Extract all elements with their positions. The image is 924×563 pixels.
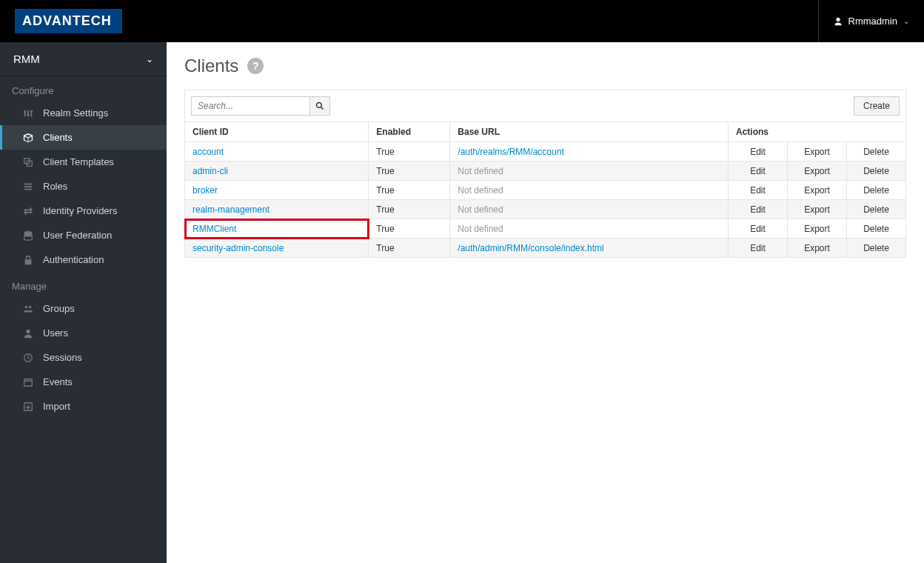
sidebar-item-label: Clients [43, 132, 73, 143]
content-area: Clients ? Create Client ID Enabled Base … [167, 42, 924, 563]
edit-action[interactable]: Edit [729, 219, 788, 239]
base-url-cell[interactable]: /auth/realms/RMM/account [450, 142, 729, 161]
sidebar-item-roles[interactable]: Roles [0, 174, 167, 199]
sidebar-item-clients[interactable]: Clients [0, 125, 167, 150]
export-action[interactable]: Export [788, 219, 847, 239]
client-id-link[interactable]: broker [192, 185, 218, 196]
realm-selector[interactable]: RMM ⌄ [0, 42, 167, 76]
export-action[interactable]: Export [788, 181, 847, 200]
edit-action[interactable]: Edit [729, 161, 788, 181]
import-icon [22, 402, 34, 412]
svg-rect-1 [27, 113, 30, 115]
sidebar-item-events[interactable]: Events [0, 370, 167, 394]
client-id-link[interactable]: realm-management [192, 204, 270, 215]
enabled-cell: True [369, 219, 450, 239]
edit-action[interactable]: Edit [729, 142, 788, 161]
base-url-cell: Not defined [450, 200, 729, 219]
sidebar-item-import[interactable]: Import [0, 394, 167, 419]
clients-table: Client ID Enabled Base URL Actions accou… [184, 121, 906, 258]
base-url-cell: Not defined [450, 219, 729, 239]
database-icon [22, 230, 34, 241]
edit-action[interactable]: Edit [729, 239, 788, 258]
enabled-cell: True [369, 239, 450, 258]
group-icon [22, 304, 34, 314]
sidebar-item-groups[interactable]: Groups [0, 296, 167, 321]
export-action[interactable]: Export [788, 239, 847, 258]
sidebar-item-label: Realm Settings [43, 107, 108, 119]
enabled-cell: True [369, 161, 450, 181]
svg-point-16 [317, 103, 322, 108]
col-enabled: Enabled [369, 122, 450, 142]
edit-action[interactable]: Edit [729, 181, 788, 200]
svg-point-10 [25, 305, 28, 308]
export-action[interactable]: Export [788, 200, 847, 219]
brand-text: ADVANTECH [22, 13, 112, 29]
toolbar: Create [184, 90, 906, 121]
user-icon [22, 328, 34, 339]
sidebar-item-label: Authentication [43, 254, 104, 265]
sidebar-item-identity-providers[interactable]: Identity Providers [0, 199, 167, 223]
brand-logo[interactable]: ADVANTECH [15, 9, 122, 33]
sidebar-item-sessions[interactable]: Sessions [0, 345, 167, 370]
search-input[interactable] [191, 96, 309, 116]
search-icon [315, 101, 324, 110]
sidebar-item-label: Groups [43, 303, 75, 314]
user-menu[interactable]: Rmmadmin ⌄ [818, 0, 909, 42]
sidebar-item-realm-settings[interactable]: Realm Settings [0, 101, 167, 125]
client-id-link[interactable]: RMMClient [192, 224, 236, 234]
section-header-configure: Configure [0, 76, 167, 101]
delete-action[interactable]: Delete [847, 200, 906, 219]
enabled-cell: True [369, 181, 450, 200]
client-id-link[interactable]: security-admin-console [192, 243, 284, 253]
sidebar-item-user-federation[interactable]: User Federation [0, 223, 167, 247]
delete-action[interactable]: Delete [847, 181, 906, 200]
svg-rect-14 [24, 379, 33, 386]
col-client-id: Client ID [185, 122, 369, 142]
sidebar-item-label: Sessions [43, 352, 82, 363]
svg-rect-5 [24, 183, 33, 184]
delete-action[interactable]: Delete [847, 239, 906, 258]
sidebar-item-client-templates[interactable]: Client Templates [0, 150, 167, 174]
topbar: ADVANTECH Rmmadmin ⌄ [0, 0, 924, 42]
client-id-link[interactable]: admin-cli [192, 166, 228, 176]
delete-action[interactable]: Delete [847, 142, 906, 161]
sidebar-item-authentication[interactable]: Authentication [0, 247, 167, 272]
calendar-icon [22, 377, 34, 387]
sidebar-item-label: Events [43, 376, 73, 387]
base-url-cell: Not defined [450, 181, 729, 200]
sidebar-item-users[interactable]: Users [0, 321, 167, 345]
svg-rect-0 [24, 111, 27, 113]
delete-action[interactable]: Delete [847, 219, 906, 239]
sliders-icon [22, 108, 34, 119]
svg-rect-7 [24, 188, 33, 190]
sidebar-item-label: Users [43, 327, 68, 339]
col-base-url: Base URL [450, 122, 729, 142]
export-action[interactable]: Export [788, 161, 847, 181]
sidebar-item-label: User Federation [43, 230, 112, 241]
delete-action[interactable]: Delete [847, 161, 906, 181]
base-url-cell[interactable]: /auth/admin/RMM/console/index.html [450, 239, 729, 258]
sidebar-item-label: Client Templates [43, 156, 114, 167]
user-name: Rmmadmin [848, 16, 897, 27]
edit-action[interactable]: Edit [729, 200, 788, 219]
svg-rect-9 [25, 259, 32, 264]
col-actions: Actions [729, 122, 906, 142]
search-button[interactable] [309, 96, 330, 116]
client-id-link[interactable]: account [192, 147, 224, 157]
svg-point-11 [29, 305, 32, 308]
section-header-manage: Manage [0, 272, 167, 296]
copy-icon [22, 157, 34, 167]
svg-rect-2 [30, 110, 33, 112]
export-action[interactable]: Export [788, 142, 847, 161]
svg-rect-6 [24, 186, 33, 187]
svg-point-12 [26, 329, 30, 333]
table-row: RMMClientTrueNot definedEditExportDelete [185, 219, 906, 239]
chevron-down-icon: ⌄ [146, 54, 153, 64]
exchange-icon [22, 206, 34, 216]
table-row: accountTrue/auth/realms/RMM/accountEditE… [185, 142, 906, 161]
create-button[interactable]: Create [854, 96, 900, 116]
table-row: realm-managementTrueNot definedEditExpor… [185, 200, 906, 219]
help-icon[interactable]: ? [247, 58, 264, 74]
table-row: admin-cliTrueNot definedEditExportDelete [185, 161, 906, 181]
enabled-cell: True [369, 200, 450, 219]
